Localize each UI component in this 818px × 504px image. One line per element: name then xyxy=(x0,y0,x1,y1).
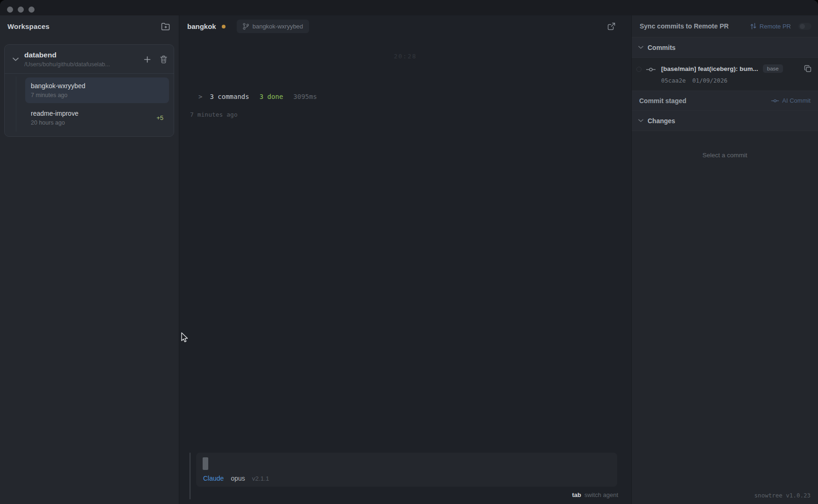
workspace-path: /Users/bohu/github/datafuselab... xyxy=(24,61,110,68)
commit-node-icon xyxy=(646,67,656,84)
select-commit-placeholder: Select a commit xyxy=(632,152,818,159)
git-panel-header: Sync commits to Remote PR Remote PR xyxy=(632,15,818,37)
status-dot-icon xyxy=(222,25,226,28)
remote-pr-toggle[interactable] xyxy=(798,23,811,30)
chevron-down-icon[interactable] xyxy=(638,46,643,49)
branch-tab-label: bangkok-wxryybed xyxy=(253,23,303,30)
expand-chevron-icon[interactable]: > xyxy=(198,93,202,100)
session-item-bangkok-wxryybed[interactable]: bangkok-wxryybed 7 minutes ago xyxy=(25,77,169,103)
commit-hash: 05caa2e xyxy=(661,77,686,84)
app-version: snowtree v1.0.23 xyxy=(755,492,811,499)
session-clock: 20:28 xyxy=(179,53,631,60)
git-panel-title: Sync commits to Remote PR xyxy=(640,22,729,30)
changes-section-header[interactable]: Changes xyxy=(632,111,818,131)
commands-count: 3 commands xyxy=(210,93,249,100)
branch-tab[interactable]: bangkok-wxryybed xyxy=(237,20,309,33)
git-panel: Sync commits to Remote PR Remote PR Comm… xyxy=(631,15,818,504)
agent-version: v2.1.1 xyxy=(252,475,269,482)
remote-pr-label: Remote PR xyxy=(760,23,791,30)
statusbar-action: switch agent xyxy=(585,491,618,498)
add-workspace-folder-icon[interactable] xyxy=(161,22,170,31)
text-cursor xyxy=(203,457,208,470)
mouse-cursor xyxy=(180,332,190,343)
chevron-down-icon[interactable] xyxy=(9,57,21,61)
workspace-name: databend xyxy=(24,51,110,59)
agent-name[interactable]: Claude xyxy=(203,475,224,482)
main-topbar: bangkok bangkok-wxryybed xyxy=(179,15,631,37)
commit-base-badge: base xyxy=(763,64,783,73)
commit-staged-label: Commit staged xyxy=(639,97,686,105)
chevron-down-icon[interactable] xyxy=(638,119,643,122)
minimize-window-button[interactable] xyxy=(18,7,24,13)
workspace-header[interactable]: databend /Users/bohu/github/datafuselab.… xyxy=(5,45,174,73)
session-timestamp: 7 minutes ago xyxy=(190,111,238,118)
composer-focus-line xyxy=(190,453,190,499)
ai-commit-button[interactable]: AI Commit xyxy=(771,97,811,104)
statusbar-key: tab xyxy=(572,491,581,498)
session-time: 7 minutes ago xyxy=(31,92,85,98)
session-changes-badge: +5 xyxy=(156,114,163,121)
statusbar-hint: tab switch agent xyxy=(572,491,618,498)
commit-date: 01/09/2026 xyxy=(692,77,727,84)
app-window: Workspaces databend /Users/bohu/github/d… xyxy=(0,0,818,504)
commit-item[interactable]: [base/main] feat(iceberg): bum... base 0… xyxy=(632,58,818,91)
sidebar-title: Workspaces xyxy=(7,22,49,30)
close-window-button[interactable] xyxy=(7,7,13,13)
sidebar-header: Workspaces xyxy=(0,15,179,37)
agent-model[interactable]: opus xyxy=(231,475,245,482)
session-name: readme-improve xyxy=(31,110,78,117)
commits-section-header[interactable]: Commits xyxy=(632,37,818,58)
commit-radio[interactable] xyxy=(636,67,642,72)
session-time: 20 hours ago xyxy=(31,119,78,126)
commit-staged-row: Commit staged AI Commit xyxy=(632,91,818,111)
agent-row: Claude opus v2.1.1 xyxy=(203,475,269,482)
commit-message: [base/main] feat(iceberg): bum... xyxy=(661,65,758,72)
titlebar xyxy=(0,0,818,15)
trash-icon[interactable] xyxy=(160,56,167,63)
commits-section-label: Commits xyxy=(648,44,676,51)
session-item-readme-improve[interactable]: readme-improve 20 hours ago +5 xyxy=(25,105,169,131)
add-session-icon[interactable] xyxy=(144,56,151,63)
remote-pr-button[interactable]: Remote PR xyxy=(750,23,791,30)
workspaces-sidebar: Workspaces databend /Users/bohu/github/d… xyxy=(0,15,179,504)
external-link-icon[interactable] xyxy=(607,22,615,30)
commands-duration: 3095ms xyxy=(293,93,317,100)
message-composer[interactable]: Claude opus v2.1.1 xyxy=(196,453,617,487)
session-name: bangkok-wxryybed xyxy=(31,82,85,90)
changes-section-label: Changes xyxy=(648,117,675,125)
commands-done-count: 3 done xyxy=(260,93,283,100)
zoom-window-button[interactable] xyxy=(28,7,35,13)
session-main-panel: bangkok bangkok-wxryybed 20:28 > 3 comma… xyxy=(179,15,631,504)
workspace-card: databend /Users/bohu/github/datafuselab.… xyxy=(4,44,174,137)
session-list: bangkok-wxryybed 7 minutes ago readme-im… xyxy=(5,74,174,136)
session-title: bangkok xyxy=(187,22,216,30)
copy-icon[interactable] xyxy=(804,65,811,72)
command-summary-row[interactable]: > 3 commands 3 done 3095ms xyxy=(198,93,317,100)
ai-commit-label: AI Commit xyxy=(782,97,811,104)
